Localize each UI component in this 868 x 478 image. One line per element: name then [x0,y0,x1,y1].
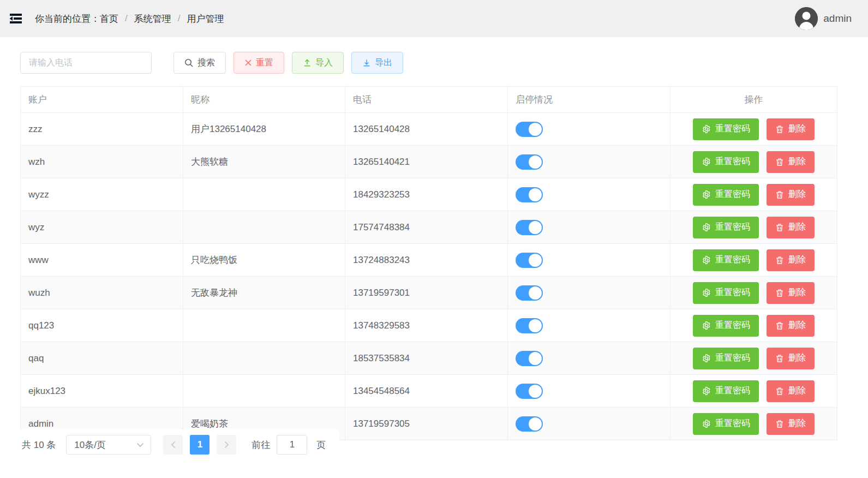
status-cell [508,113,671,145]
operations-cell: 重置密码 删除 [671,211,837,243]
phone-cell: 13454548564 [345,375,508,407]
operations-cell: 重置密码 删除 [671,408,837,440]
reset-password-button[interactable]: 重置密码 [693,184,759,206]
nickname-cell [183,375,345,407]
reset-button[interactable]: 重置 [234,52,284,74]
current-page-button[interactable]: 1 [190,435,209,455]
reset-password-label: 重置密码 [715,123,750,135]
status-toggle[interactable] [516,253,543,268]
delete-button[interactable]: 删除 [767,249,815,271]
page-size-value: 10条/页 [74,439,136,451]
status-toggle[interactable] [516,122,543,137]
gear-icon [702,354,711,363]
prev-page-button[interactable] [163,435,183,455]
status-toggle[interactable] [516,416,543,432]
operations-cell: 重置密码 删除 [671,342,837,374]
delete-button[interactable]: 删除 [767,151,815,173]
delete-button[interactable]: 删除 [767,315,815,337]
reset-password-button[interactable]: 重置密码 [693,151,759,173]
download-icon [362,58,371,67]
reset-password-label: 重置密码 [715,156,750,168]
user-menu[interactable]: admin [795,7,852,30]
close-icon [244,59,252,67]
nickname-cell [183,211,345,243]
delete-button[interactable]: 删除 [767,118,815,140]
operations-cell: 重置密码 删除 [671,244,837,276]
account-cell: qaq [21,342,183,374]
goto-page-word: 页 [316,439,326,451]
status-toggle[interactable] [516,384,543,399]
reset-password-button[interactable]: 重置密码 [693,249,759,271]
column-header-status: 启停情况 [508,87,671,112]
collapse-sidebar-icon [9,12,23,25]
operations-cell: 重置密码 删除 [671,146,837,178]
account-cell: zzz [21,113,183,145]
user-management-page: 你当前的位置： 首页 / 系统管理 / 用户管理 admin [0,0,868,478]
trash-icon [775,223,784,232]
breadcrumb-system-management[interactable]: 系统管理 [134,13,171,25]
reset-password-button[interactable]: 重置密码 [693,315,759,337]
reset-password-button[interactable]: 重置密码 [693,413,759,435]
toggle-knob [529,286,542,300]
status-toggle[interactable] [516,351,543,366]
column-header-operations: 操作 [671,87,837,112]
goto-page-input[interactable] [277,435,307,455]
reset-password-label: 重置密码 [715,320,750,331]
table-row: qaq 18537535834 重置密码 [21,342,837,375]
reset-password-button[interactable]: 重置密码 [693,217,759,238]
toggle-knob [529,319,542,332]
operations-cell: 重置密码 删除 [671,309,837,342]
upload-icon [303,58,312,67]
delete-button[interactable]: 删除 [767,282,815,304]
import-button[interactable]: 导入 [292,52,344,74]
search-input[interactable] [20,52,152,74]
phone-cell: 13719597305 [345,408,508,440]
phone-cell: 13748329583 [345,309,508,342]
page-size-select[interactable]: 10条/页 [66,435,151,455]
delete-label: 删除 [788,320,806,331]
reset-password-button[interactable]: 重置密码 [693,380,759,402]
column-header-nickname: 昵称 [183,87,345,112]
collapse-sidebar-button[interactable] [8,10,24,27]
delete-label: 删除 [788,254,806,266]
table-row: wyzz 18429323253 重置密码 [21,178,837,211]
breadcrumb-home[interactable]: 首页 [100,13,118,25]
reset-password-button[interactable]: 重置密码 [693,282,759,304]
search-icon [184,58,194,68]
goto-label: 前往 [252,439,270,451]
search-button[interactable]: 搜索 [173,52,226,74]
trash-icon [775,125,784,134]
delete-button[interactable]: 删除 [767,348,815,369]
toggle-knob [529,385,542,398]
delete-button[interactable]: 删除 [767,217,815,238]
status-toggle[interactable] [516,220,543,235]
next-page-button[interactable] [217,435,236,455]
breadcrumb-user-management[interactable]: 用户管理 [187,13,224,25]
account-cell: www [21,244,183,276]
reset-password-button[interactable]: 重置密码 [693,118,759,140]
trash-icon [775,321,784,330]
trash-icon [775,158,784,166]
status-cell [508,211,671,243]
operations-cell: 重置密码 删除 [671,113,837,145]
status-toggle[interactable] [516,154,543,170]
account-cell: wzh [21,146,183,178]
delete-button[interactable]: 删除 [767,184,815,206]
table-row: ejkux123 13454548564 重置密码 [21,375,837,408]
reset-password-button[interactable]: 重置密码 [693,348,759,369]
delete-button[interactable]: 删除 [767,380,815,402]
topbar: 你当前的位置： 首页 / 系统管理 / 用户管理 admin [0,0,868,37]
account-cell: wuzh [21,277,183,309]
export-button[interactable]: 导出 [351,52,403,74]
status-toggle[interactable] [516,285,543,301]
delete-button[interactable]: 删除 [767,413,815,435]
search-button-label: 搜索 [197,57,215,69]
status-toggle[interactable] [516,187,543,202]
table-row: zzz 用户13265140428 13265140428 重置密码 [21,113,837,146]
status-cell [508,178,671,211]
delete-label: 删除 [788,123,806,135]
phone-cell: 13265140421 [345,146,508,178]
gear-icon [702,190,711,199]
status-cell [508,342,671,374]
status-toggle[interactable] [516,318,543,333]
